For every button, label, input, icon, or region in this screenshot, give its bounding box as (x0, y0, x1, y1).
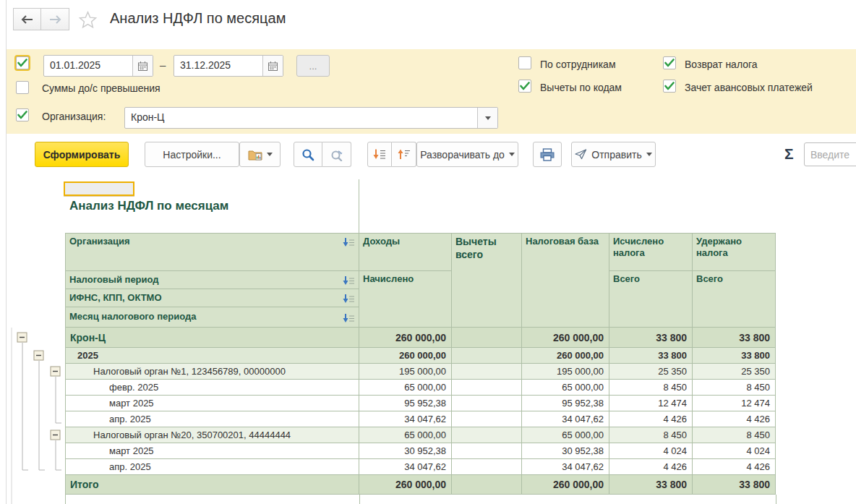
report-cell[interactable]: 25 350 (609, 364, 693, 380)
collapse-group-toggle[interactable] (51, 367, 60, 376)
report-row-label[interactable]: февр. 2025 (65, 380, 359, 396)
header-ifns[interactable]: ИФНС, КПП, ОКТМО (65, 289, 359, 307)
report-cell[interactable]: 33 800 (693, 348, 776, 364)
report-cell[interactable]: 4 426 (693, 411, 776, 427)
report-row-label[interactable]: март 2025 (65, 396, 359, 411)
report-cell[interactable]: 8 450 (609, 427, 693, 443)
report-cell[interactable]: 30 952,38 (522, 443, 609, 459)
expand-groups-button[interactable] (367, 142, 392, 167)
forward-button[interactable] (41, 8, 69, 30)
report-cell[interactable] (452, 427, 522, 443)
organization-value[interactable]: Крон-Ц (125, 108, 477, 128)
report-cell[interactable]: 95 952,38 (522, 396, 609, 411)
report-cell[interactable]: 4 426 (609, 459, 693, 475)
report-cell[interactable] (452, 348, 522, 364)
header-incomes-sub[interactable]: Начислено (359, 271, 452, 328)
header-deductions[interactable]: Вычеты всего (452, 233, 522, 328)
search-next-button[interactable] (322, 142, 351, 167)
report-cell[interactable]: 260 000,00 (359, 328, 452, 348)
sort-icon[interactable] (343, 294, 355, 304)
report-row-label[interactable]: Итого (65, 475, 359, 495)
report-cell[interactable]: 260 000,00 (359, 475, 452, 495)
report-cell[interactable]: 33 800 (609, 348, 693, 364)
period-more-button[interactable]: ... (296, 55, 330, 77)
back-button[interactable] (13, 8, 41, 30)
sort-icon[interactable] (343, 276, 355, 286)
report-cell[interactable]: 34 047,62 (359, 411, 452, 427)
by-employees-checkbox[interactable] (518, 56, 531, 69)
report-cell[interactable]: 4 024 (609, 443, 693, 459)
header-calculated[interactable]: Исчислено налога (609, 233, 693, 271)
report-cell[interactable]: 260 000,00 (522, 475, 609, 495)
organization-combo[interactable]: Крон-Ц (124, 107, 498, 129)
report-cell[interactable]: 12 474 (693, 396, 776, 411)
header-withheld-sub[interactable]: Всего (693, 271, 776, 328)
collapse-group-toggle[interactable] (51, 430, 60, 440)
report-cell[interactable]: 195 000,00 (359, 364, 452, 380)
report-cell[interactable]: 8 450 (693, 380, 776, 396)
date-to-field[interactable]: 31.12.2025 (174, 55, 283, 77)
collapse-group-toggle[interactable] (34, 351, 43, 360)
report-cell[interactable] (452, 396, 522, 411)
expand-to-button[interactable]: Разворачивать до (416, 142, 518, 167)
report-cell[interactable]: 8 450 (609, 380, 693, 396)
settings-button[interactable]: Настройки... (145, 142, 239, 167)
generate-button[interactable]: Сформировать (35, 142, 129, 167)
header-month[interactable]: Месяц налогового периода (65, 307, 359, 328)
report-cell[interactable]: 65 000,00 (522, 380, 609, 396)
report-variants-button[interactable] (239, 142, 281, 167)
report-cell[interactable]: 12 474 (609, 396, 693, 411)
report-cell[interactable]: 260 000,00 (522, 328, 609, 348)
search-button[interactable] (294, 142, 322, 167)
report-cell[interactable]: 260 000,00 (359, 348, 452, 364)
report-cell[interactable]: 34 047,62 (522, 411, 609, 427)
report-cell[interactable] (452, 443, 522, 459)
autosum-sigma-icon[interactable]: Σ (784, 145, 794, 163)
report-cell[interactable] (452, 364, 522, 380)
header-organization[interactable]: Организация (65, 233, 359, 271)
header-withheld[interactable]: Удержано налога (693, 233, 776, 271)
organization-dropdown-button[interactable] (477, 108, 497, 128)
report-cell[interactable] (452, 459, 522, 475)
report-cell[interactable]: 34 047,62 (359, 459, 452, 475)
report-cell[interactable]: 195 000,00 (522, 364, 609, 380)
report-cell[interactable] (452, 380, 522, 396)
report-cell[interactable]: 33 800 (693, 475, 776, 495)
report-row-label[interactable]: 2025 (65, 348, 359, 364)
report-cell[interactable]: 33 800 (693, 328, 776, 348)
deduction-codes-checkbox[interactable] (518, 80, 531, 93)
report-cell[interactable]: 25 350 (693, 364, 776, 380)
excess-sums-checkbox[interactable] (16, 81, 29, 94)
report-cell[interactable] (452, 475, 522, 495)
report-cell[interactable]: 4 426 (693, 459, 776, 475)
report-cell[interactable] (452, 411, 522, 427)
report-row-label[interactable]: апр. 2025 (65, 411, 359, 427)
date-from-field[interactable]: 01.01.2025 (43, 55, 153, 77)
header-tax-base[interactable]: Налоговая база (522, 233, 609, 328)
report-cell[interactable]: 65 000,00 (522, 427, 609, 443)
active-cell[interactable] (64, 181, 134, 196)
collapse-group-toggle[interactable] (17, 333, 27, 342)
tax-refund-checkbox[interactable] (663, 56, 676, 69)
header-tax-period[interactable]: Налоговый период (65, 271, 359, 289)
header-incomes[interactable]: Доходы (359, 233, 452, 271)
date-from-value[interactable]: 01.01.2025 (44, 56, 132, 76)
report-row-label[interactable]: Налоговый орган №1, 123456789, 00000000 (65, 364, 359, 380)
report-row-label[interactable]: Крон-Ц (65, 328, 359, 348)
favorite-star-icon[interactable] (78, 10, 98, 33)
report-cell[interactable]: 65 000,00 (359, 380, 452, 396)
report-cell[interactable] (452, 328, 522, 348)
report-cell[interactable]: 4 024 (693, 443, 776, 459)
send-button[interactable]: Отправить (571, 142, 656, 167)
report-cell[interactable]: 33 800 (609, 328, 693, 348)
organization-checkbox[interactable] (16, 108, 29, 121)
period-checkbox[interactable] (16, 56, 29, 69)
report-cell[interactable]: 65 000,00 (359, 427, 452, 443)
report-row-label[interactable]: апр. 2025 (65, 459, 359, 475)
sort-icon[interactable] (343, 237, 355, 247)
report-cell[interactable]: 8 450 (693, 427, 776, 443)
quick-sum-input[interactable] (804, 142, 856, 166)
sort-icon[interactable] (343, 313, 355, 323)
date-to-value[interactable]: 31.12.2025 (174, 56, 262, 76)
calendar-button[interactable] (132, 56, 153, 76)
